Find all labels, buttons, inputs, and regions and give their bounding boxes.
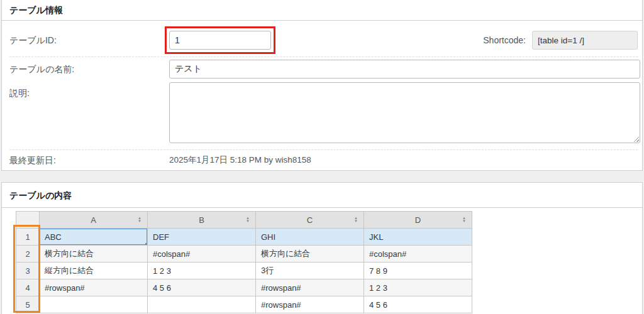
table-information-panel: テーブル情報 テーブルID: Shortcode: テーブルの名前: 説明: 最…	[1, 0, 643, 171]
row-number[interactable]: 5	[16, 296, 40, 313]
column-header-d[interactable]: D ▲▼	[364, 212, 472, 229]
row-number[interactable]: 4	[16, 279, 40, 296]
shortcode-label: Shortcode:	[483, 35, 526, 45]
cell-d5[interactable]: 4 5 6	[364, 296, 472, 313]
cell-b5[interactable]	[148, 296, 256, 313]
column-header-c[interactable]: C ▲▼	[256, 212, 364, 229]
last-modified-label: 最終更新日:	[9, 155, 56, 166]
cell-c5[interactable]: #rowspan#	[256, 296, 364, 313]
row-divider	[9, 57, 638, 57]
cell-c2[interactable]: 横方向に結合	[256, 246, 364, 263]
cell-d2[interactable]: #colspan#	[364, 246, 472, 263]
table-name-input[interactable]	[169, 60, 640, 78]
cell-a4[interactable]: #rowspan#	[40, 279, 148, 296]
cell-c1[interactable]: GHI	[256, 229, 364, 246]
cell-a3[interactable]: 縦方向に結合	[40, 263, 148, 279]
table-id-input[interactable]	[169, 31, 271, 50]
header-row: A ▲▼ B ▲▼ C ▲▼ D ▲▼	[16, 212, 472, 229]
column-header-b[interactable]: B ▲▼	[148, 212, 256, 229]
table-name-label: テーブルの名前:	[9, 64, 74, 75]
cell-b4[interactable]: 4 5 6	[148, 279, 256, 296]
cell-d4[interactable]: 1 2 3	[364, 279, 472, 296]
row-divider	[9, 149, 638, 150]
cell-c4[interactable]: #rowspan#	[256, 279, 364, 296]
red-highlight-annotation	[165, 26, 275, 54]
shortcode-row: Shortcode:	[483, 31, 638, 50]
table-id-label: テーブルID:	[9, 35, 57, 46]
cell-a2[interactable]: 横方向に結合	[40, 246, 148, 263]
row-number[interactable]: 2	[16, 246, 40, 263]
column-header-label: C	[307, 215, 313, 225]
cell-d3[interactable]: 7 8 9	[364, 263, 472, 279]
last-modified-value: 2025年1月17日 5:18 PM by wish8158	[169, 154, 311, 166]
sort-icon: ▲▼	[246, 217, 250, 223]
table-row: 4 #rowspan# 4 5 6 #rowspan# 1 2 3	[16, 279, 472, 296]
row-number[interactable]: 3	[16, 263, 40, 279]
description-label: 説明:	[9, 88, 30, 99]
column-header-a[interactable]: A ▲▼	[40, 212, 148, 229]
table-row: 2 横方向に結合 #colspan# 横方向に結合 #colspan#	[16, 246, 472, 263]
sort-icon: ▲▼	[138, 217, 142, 223]
sort-icon: ▲▼	[354, 217, 358, 223]
cell-a5[interactable]	[40, 296, 148, 313]
table-information-title: テーブル情報	[2, 0, 642, 21]
table-row: 3 縦方向に結合 1 2 3 3行 7 8 9	[16, 263, 472, 279]
table-row: 5 #rowspan# 4 5 6	[16, 296, 472, 313]
column-header-label: D	[415, 215, 421, 225]
cell-b1[interactable]: DEF	[148, 229, 256, 246]
cell-b3[interactable]: 1 2 3	[148, 263, 256, 279]
cell-b2[interactable]: #colspan#	[148, 246, 256, 263]
shortcode-input[interactable]	[532, 31, 638, 50]
row-number[interactable]: 1	[16, 229, 40, 246]
column-header-label: B	[199, 215, 204, 225]
corner-cell[interactable]	[16, 212, 40, 229]
cell-d1[interactable]: JKL	[364, 229, 472, 246]
table-row: 1 ABC DEF GHI JKL	[16, 229, 472, 246]
spreadsheet: A ▲▼ B ▲▼ C ▲▼ D ▲▼ 1 ABC DEF GHI JKL 2 …	[16, 211, 472, 313]
fill-handle[interactable]	[145, 243, 148, 246]
description-textarea[interactable]	[169, 82, 640, 143]
cell-a1[interactable]: ABC	[40, 229, 148, 246]
cell-c3[interactable]: 3行	[256, 263, 364, 279]
sort-icon: ▲▼	[462, 217, 466, 223]
table-content-title: テーブルの内容	[2, 183, 642, 208]
column-header-label: A	[91, 215, 96, 225]
